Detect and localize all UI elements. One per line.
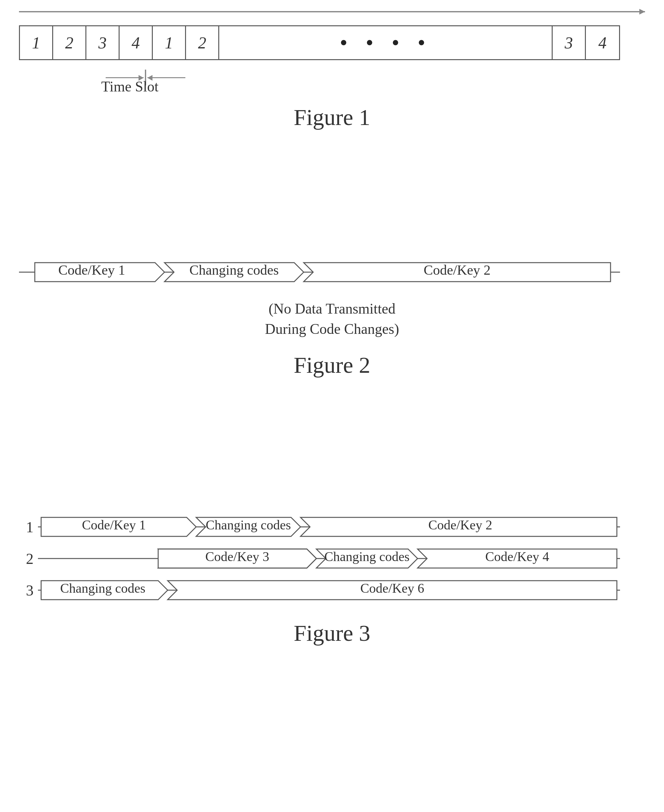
note-line1: (No Data Transmitted xyxy=(19,299,645,319)
ts-cell-dots: • • • • xyxy=(219,26,553,59)
figure2-note: (No Data Transmitted During Code Changes… xyxy=(19,299,645,339)
fig3-row1-num: 1 xyxy=(19,519,38,536)
figure1-container: 1 2 3 4 1 2 • • • • 3 4 T xyxy=(19,25,645,131)
ts-cell-3: 3 xyxy=(86,26,120,59)
svg-text:Code/Key 4: Code/Key 4 xyxy=(485,549,549,564)
timeslot-boxes: 1 2 3 4 1 2 • • • • 3 4 xyxy=(19,25,620,60)
ts-cell-1: 1 xyxy=(20,26,53,59)
fig2-seg2-text: Changing codes xyxy=(189,263,279,278)
figure3-caption: Figure 3 xyxy=(19,620,645,646)
fig2-seg1-text: Code/Key 1 xyxy=(58,263,125,278)
figure1-caption: Figure 1 xyxy=(19,104,645,131)
top-arrow-line xyxy=(19,11,645,12)
svg-text:Changing codes: Changing codes xyxy=(60,581,145,595)
ts-cell-4: 4 xyxy=(120,26,153,59)
ts-cell-2: 2 xyxy=(53,26,86,59)
note-line2: During Code Changes) xyxy=(19,319,645,339)
ts-cell-8: 4 xyxy=(586,26,619,59)
svg-text:Code/Key 6: Code/Key 6 xyxy=(360,581,424,595)
fig3-row2-num: 2 xyxy=(19,550,38,567)
figure3-container: 1 Code/Key 1 Changing codes Code/Key 2 2 xyxy=(19,513,645,646)
fig3-row2-timeline: Code/Key 3 Changing codes Code/Key 4 xyxy=(38,544,645,573)
ts-cell-6: 2 xyxy=(186,26,219,59)
fig3-row2-svg: Code/Key 3 Changing codes Code/Key 4 xyxy=(38,544,620,573)
timeslot-text: Time Slot xyxy=(101,78,158,95)
figure2-container: Code/Key 1 Changing codes Code/Key 2 (No… xyxy=(19,259,645,378)
top-arrow xyxy=(19,9,645,15)
ts-cell-7: 3 xyxy=(553,26,586,59)
svg-text:Changing codes: Changing codes xyxy=(324,549,409,564)
fig3-row1: 1 Code/Key 1 Changing codes Code/Key 2 xyxy=(19,513,645,541)
fig3-row3-svg: Changing codes Code/Key 6 xyxy=(38,576,620,605)
svg-text:Code/Key 2: Code/Key 2 xyxy=(428,518,492,532)
ts-cell-5: 1 xyxy=(153,26,186,59)
figure2-svg: Code/Key 1 Changing codes Code/Key 2 xyxy=(19,259,620,285)
fig3-row1-svg: Code/Key 1 Changing codes Code/Key 2 xyxy=(38,513,620,541)
fig3-row2: 2 Code/Key 3 Changing codes Code/Key 4 xyxy=(19,544,645,573)
fig3-row3: 3 Changing codes Code/Key 6 xyxy=(19,576,645,605)
timeslot-label-area: Time Slot xyxy=(79,67,212,95)
svg-text:Code/Key 1: Code/Key 1 xyxy=(82,518,146,532)
svg-text:Changing codes: Changing codes xyxy=(206,518,291,532)
figure2-caption: Figure 2 xyxy=(19,352,645,378)
fig3-row3-num: 3 xyxy=(19,582,38,599)
fig3-row3-timeline: Changing codes Code/Key 6 xyxy=(38,576,645,605)
fig3-row1-timeline: Code/Key 1 Changing codes Code/Key 2 xyxy=(38,513,645,541)
svg-text:Code/Key 3: Code/Key 3 xyxy=(205,549,269,564)
fig2-seg3-text: Code/Key 2 xyxy=(423,263,490,278)
